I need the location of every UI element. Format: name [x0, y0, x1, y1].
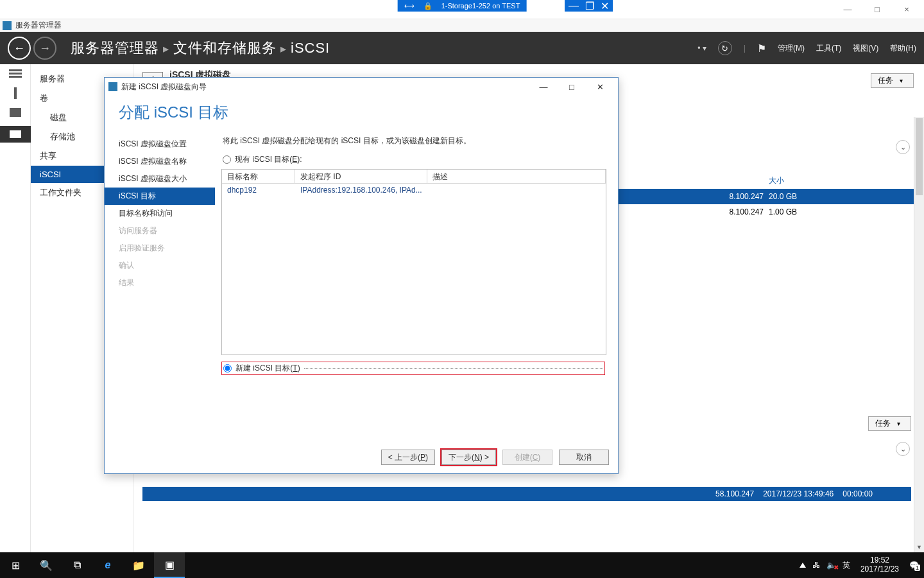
- dialog-close-button[interactable]: ✕: [586, 79, 614, 94]
- clock-time: 19:52: [860, 556, 899, 565]
- menu-manage[interactable]: 管理(M): [778, 43, 805, 54]
- tasks-dropdown[interactable]: 任务: [871, 73, 914, 88]
- vertical-scrollbar[interactable]: ▲ ▼: [914, 117, 924, 552]
- server-manager-task-button[interactable]: ▣: [154, 552, 185, 578]
- taskbar-clock[interactable]: 19:52 2017/12/23: [857, 556, 903, 574]
- clock-date: 2017/12/23: [860, 565, 899, 574]
- tray-overflow-icon[interactable]: [800, 563, 806, 568]
- tasks-dropdown-lower[interactable]: 任务: [868, 416, 911, 431]
- dialog-footer: < 上一步(P) 下一步(N) > 创建(C) 取消: [105, 445, 618, 473]
- session-close-button[interactable]: ✕: [601, 0, 609, 12]
- step-location[interactable]: iSCSI 虚拟磁盘位置: [105, 136, 215, 153]
- session-minimize-button[interactable]: —: [569, 0, 579, 12]
- cancel-button[interactable]: 取消: [559, 450, 609, 465]
- rail-storage-icon[interactable]: [0, 126, 31, 143]
- taskview-button[interactable]: ⧉: [62, 552, 92, 578]
- dialog-maximize-button[interactable]: □: [558, 79, 586, 94]
- intro-text: 将此 iSCSI 虚拟磁盘分配给现有的 iSCSI 目标，或为该磁盘创建新目标。: [221, 133, 606, 152]
- cell-description: [427, 184, 606, 198]
- app-icon: [3, 21, 12, 30]
- radio-new-target[interactable]: 新建 iSCSI 目标(T): [221, 362, 605, 375]
- step-name[interactable]: iSCSI 虚拟磁盘名称: [105, 153, 215, 170]
- radio-existing-target[interactable]: 现有 iSCSI 目标(E):: [221, 152, 606, 169]
- panel-collapse-icon[interactable]: ⌄: [896, 442, 910, 456]
- start-button[interactable]: ⊞: [0, 552, 31, 578]
- nav-back-button[interactable]: ←: [8, 37, 31, 60]
- radio-new-label: 新建 iSCSI 目标(T): [235, 363, 300, 374]
- remote-session-bar[interactable]: ⟷ 🔒 1-Storage1-252 on TEST: [398, 0, 527, 12]
- rail-volumes-icon[interactable]: [14, 87, 17, 99]
- dotted-fill: [304, 368, 603, 369]
- create-button: 创建(C): [502, 450, 552, 465]
- step-confirm: 确认: [105, 257, 215, 274]
- crumb-root[interactable]: 服务器管理器: [71, 39, 159, 58]
- rail-disks-icon[interactable]: [10, 108, 21, 117]
- host-maximize-button[interactable]: □: [862, 0, 892, 19]
- header-bar: ← → 服务器管理器 ▸ 文件和存储服务 ▸ iSCSI • ▾ ↻ | ⚑ 管…: [0, 32, 924, 64]
- header-actions: • ▾ ↻ | ⚑ 管理(M) 工具(T) 视图(V) 帮助(H): [697, 41, 916, 55]
- tray-ime-icon[interactable]: 英: [843, 560, 850, 571]
- breadcrumb: 服务器管理器 ▸ 文件和存储服务 ▸ iSCSI: [71, 39, 330, 58]
- dialog-title: 新建 iSCSI 虚拟磁盘向导: [121, 82, 207, 92]
- step-auth: 启用验证服务: [105, 240, 215, 257]
- window-titlebar[interactable]: 服务器管理器: [0, 19, 924, 32]
- menu-view[interactable]: 视图(V): [853, 43, 878, 54]
- step-access[interactable]: 目标名称和访问: [105, 205, 215, 222]
- explorer-button[interactable]: 📁: [123, 552, 154, 578]
- grid-row[interactable]: dhcp192 IPAddress:192.168.100.246, IPAd.…: [222, 184, 606, 198]
- radio-existing-label: 现有 iSCSI 目标(E):: [235, 154, 302, 165]
- dialog-titlebar[interactable]: 新建 iSCSI 虚拟磁盘向导 — □ ✕: [105, 78, 618, 96]
- window-title: 服务器管理器: [15, 20, 62, 31]
- step-target[interactable]: iSCSI 目标: [105, 188, 215, 205]
- scroll-thumb[interactable]: [916, 118, 923, 195]
- host-minimize-button[interactable]: —: [833, 0, 862, 19]
- session-restore-button[interactable]: ❐: [585, 0, 594, 12]
- dialog-heading: 分配 iSCSI 目标: [105, 96, 618, 133]
- pin-icon[interactable]: ⟷: [404, 2, 415, 10]
- remote-session-title: 1-Storage1-252 on TEST: [441, 2, 520, 10]
- panel-collapse-icon[interactable]: ⌄: [896, 140, 910, 154]
- mini-rail: [0, 64, 31, 552]
- refresh-icon[interactable]: ↻: [718, 41, 732, 55]
- col-size[interactable]: 大小: [769, 175, 816, 186]
- grid-header: 目标名称 发起程序 ID 描述: [222, 170, 606, 184]
- prev-button[interactable]: < 上一步(P): [381, 450, 435, 465]
- radio-new-input[interactable]: [223, 364, 232, 372]
- notifications-button[interactable]: 💬: [909, 561, 919, 570]
- tray-volume-icon[interactable]: 🔈✖: [826, 561, 836, 570]
- dialog-minimize-button[interactable]: —: [529, 79, 558, 94]
- system-tray: 🖧 🔈✖ 英 19:52 2017/12/23 💬: [794, 556, 924, 574]
- scroll-down-icon[interactable]: ▼: [914, 542, 924, 552]
- step-server: 访问服务器: [105, 222, 215, 240]
- search-button[interactable]: 🔍: [31, 552, 62, 578]
- step-result: 结果: [105, 274, 215, 292]
- tray-network-icon[interactable]: 🖧: [812, 561, 820, 570]
- crumb-iscsi[interactable]: iSCSI: [291, 40, 330, 57]
- menu-tools[interactable]: 工具(T): [816, 43, 841, 54]
- targets-grid[interactable]: 目标名称 发起程序 ID 描述 dhcp192 IPAddress:192.16…: [221, 169, 606, 355]
- cell-initiator-id: IPAddress:192.168.100.246, IPAd...: [295, 184, 427, 198]
- table-row[interactable]: 58.100.247 2017/12/23 13:49:46 00:00:00: [142, 487, 911, 501]
- crumb-sep-icon: ▸: [163, 42, 169, 56]
- crumb-files[interactable]: 文件和存储服务: [173, 39, 277, 58]
- col-target-name[interactable]: 目标名称: [222, 170, 295, 183]
- col-initiator-id[interactable]: 发起程序 ID: [295, 170, 427, 183]
- crumb-sep-icon: ▸: [280, 42, 287, 56]
- step-size[interactable]: iSCSI 虚拟磁盘大小: [105, 170, 215, 188]
- cell-target-name: dhcp192: [222, 184, 295, 198]
- menu-help[interactable]: 帮助(H): [890, 43, 916, 54]
- col-description[interactable]: 描述: [427, 170, 606, 183]
- host-close-button[interactable]: ×: [892, 0, 921, 19]
- rail-servers-icon[interactable]: [9, 69, 22, 78]
- nav-forward-button[interactable]: →: [33, 37, 56, 60]
- lock-icon: 🔒: [424, 2, 432, 10]
- radio-existing-input[interactable]: [223, 155, 231, 164]
- notifications-flag-icon[interactable]: ⚑: [757, 42, 766, 55]
- dialog-app-icon: [108, 82, 117, 91]
- header-dropdown-icon[interactable]: • ▾: [697, 44, 706, 53]
- taskbar[interactable]: ⊞ 🔍 ⧉ e 📁 ▣ 🖧 🔈✖ 英 19:52 2017/12/23 💬: [0, 552, 924, 578]
- iscsi-wizard-dialog: 新建 iSCSI 虚拟磁盘向导 — □ ✕ 分配 iSCSI 目标 iSCSI …: [104, 77, 619, 474]
- dialog-content: 将此 iSCSI 虚拟磁盘分配给现有的 iSCSI 目标，或为该磁盘创建新目标。…: [215, 133, 618, 445]
- next-button[interactable]: 下一步(N) >: [441, 450, 496, 465]
- ie-button[interactable]: e: [92, 552, 123, 578]
